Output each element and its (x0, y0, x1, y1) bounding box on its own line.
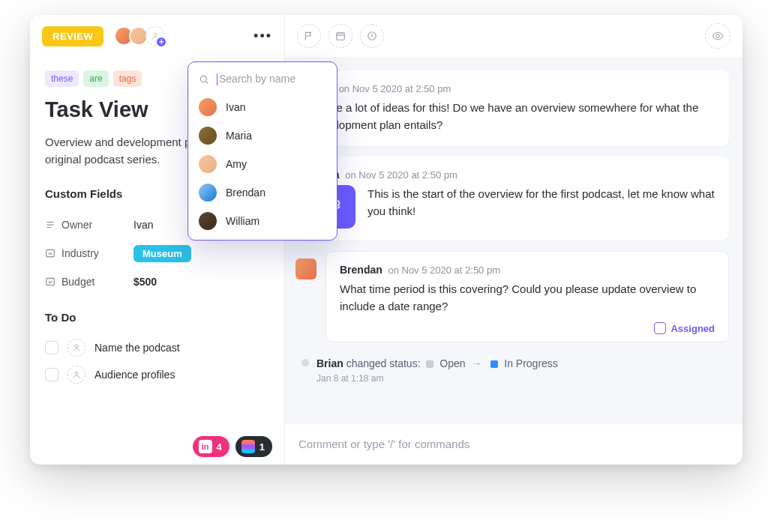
custom-field-row: Budget $500 (45, 267, 269, 296)
status-color-from (426, 360, 434, 368)
dropdown-field-icon (45, 276, 62, 287)
assign-todo-icon[interactable] (68, 339, 86, 357)
people-search-input[interactable]: Search by name (188, 70, 337, 93)
people-option[interactable]: Ivan (188, 93, 337, 121)
svg-rect-5 (46, 278, 55, 285)
comment-timestamp: on Nov 5 2020 at 2:50 pm (388, 265, 500, 276)
pill-count: 1 (260, 441, 265, 453)
svg-point-6 (75, 345, 78, 348)
custom-field-value[interactable]: $500 (134, 276, 157, 288)
text-field-icon (45, 220, 62, 230)
search-placeholder: Search by name (219, 73, 296, 85)
custom-field-label: Owner (62, 219, 134, 231)
people-name: Amy (226, 158, 247, 170)
assign-todo-icon[interactable] (68, 366, 86, 384)
people-name: Ivan (226, 101, 245, 113)
comment: Ivan on Nov 5 2020 at 2:50 pm I have a l… (298, 70, 729, 146)
assignee-avatars: + (114, 26, 165, 46)
svg-point-0 (154, 33, 157, 36)
avatar (199, 127, 217, 145)
activity-actor: Brian (316, 357, 344, 369)
status-color-to (490, 360, 498, 368)
avatar (199, 98, 217, 116)
avatar (199, 155, 217, 173)
people-option[interactable]: Maria (188, 121, 337, 150)
integration-pills: in 4 1 (193, 436, 272, 457)
todo-item[interactable]: Name the podcast (45, 334, 269, 361)
comment-body: This is the start of the overview for th… (368, 185, 716, 220)
comment: Maria on Nov 5 2020 at 2:50 pm This is t… (298, 157, 729, 241)
invision-pill[interactable]: in 4 (193, 436, 230, 457)
avatar (296, 259, 316, 279)
activity-entry: Brian changed status: Open → In Progress… (298, 353, 729, 394)
comment-timestamp: on Nov 5 2020 at 2:50 pm (339, 83, 452, 94)
avatar (199, 212, 217, 230)
time-button[interactable] (360, 24, 384, 48)
activity-from: Open (440, 357, 465, 369)
svg-line-15 (206, 81, 208, 83)
comment-body: What time period is this covering? Could… (340, 280, 715, 315)
people-name: Maria (226, 130, 252, 142)
left-topbar: REVIEW + ••• (30, 15, 284, 57)
activity-verb: changed status: (346, 357, 421, 369)
comment-composer[interactable] (285, 423, 742, 465)
right-topbar (285, 15, 742, 57)
tag[interactable]: are (83, 70, 108, 87)
figma-pill[interactable]: 1 (236, 436, 272, 457)
threaded-comment: Brendan on Nov 5 2020 at 2:50 pm What ti… (326, 251, 729, 343)
activity-dot-icon (302, 359, 309, 366)
section-heading-todo: To Do (45, 311, 269, 324)
custom-field-label: Budget (62, 276, 134, 288)
comment-author: Brendan (340, 264, 382, 276)
custom-field-value[interactable]: Museum (134, 245, 191, 262)
checkbox-icon (654, 322, 666, 334)
people-name: William (226, 215, 260, 227)
status-badge[interactable]: REVIEW (42, 26, 104, 46)
figma-icon (242, 440, 255, 453)
people-search-popover: Search by name Ivan Maria Amy Brendan Wi… (188, 61, 338, 241)
watch-button[interactable] (705, 23, 730, 49)
search-icon (199, 74, 209, 85)
activity-time: Jan 8 at 1:18 am (316, 373, 558, 384)
comment-body: I have a lot of ideas for this! Do we ha… (312, 99, 716, 134)
todo-label: Audience profiles (94, 369, 175, 381)
svg-rect-8 (337, 33, 345, 40)
todo-item[interactable]: Audience profiles (45, 361, 269, 388)
tag[interactable]: tags (113, 70, 142, 87)
custom-field-row: Industry Museum (45, 239, 269, 267)
text-cursor (217, 73, 218, 85)
comment-input[interactable] (298, 438, 729, 450)
svg-point-14 (200, 76, 206, 82)
tag[interactable]: these (45, 70, 79, 87)
date-button[interactable] (328, 24, 352, 48)
checkbox[interactable] (45, 368, 58, 381)
people-option[interactable]: Amy (188, 150, 337, 178)
dropdown-field-icon (45, 248, 62, 259)
plus-icon: + (155, 36, 167, 48)
svg-point-13 (716, 34, 719, 37)
more-menu-button[interactable]: ••• (254, 28, 272, 44)
app-window: REVIEW + ••• these are tags Task View (30, 15, 742, 465)
arrow-icon: → (471, 357, 482, 369)
people-name: Brendan (226, 187, 266, 199)
flag-button[interactable] (297, 24, 321, 48)
assigned-chip[interactable]: Assigned (340, 322, 715, 334)
comment-timestamp: on Nov 5 2020 at 2:50 pm (345, 169, 458, 181)
invision-icon: in (199, 440, 212, 453)
svg-rect-4 (46, 250, 55, 256)
custom-field-label: Industry (62, 247, 134, 259)
people-option[interactable]: Brendan (188, 178, 337, 207)
avatar (199, 184, 217, 202)
add-assignee-button[interactable]: + (146, 26, 165, 46)
checkbox[interactable] (45, 341, 58, 354)
activity-pane: Ivan on Nov 5 2020 at 2:50 pm I have a l… (285, 15, 742, 465)
todo-label: Name the podcast (94, 342, 180, 354)
pill-count: 4 (217, 441, 222, 453)
assigned-label: Assigned (670, 323, 715, 334)
svg-point-7 (75, 372, 78, 375)
people-option[interactable]: William (188, 207, 337, 235)
custom-field-value[interactable]: Ivan (134, 219, 153, 231)
activity-to: In Progress (504, 357, 558, 369)
comments-feed: Ivan on Nov 5 2020 at 2:50 pm I have a l… (285, 57, 742, 423)
